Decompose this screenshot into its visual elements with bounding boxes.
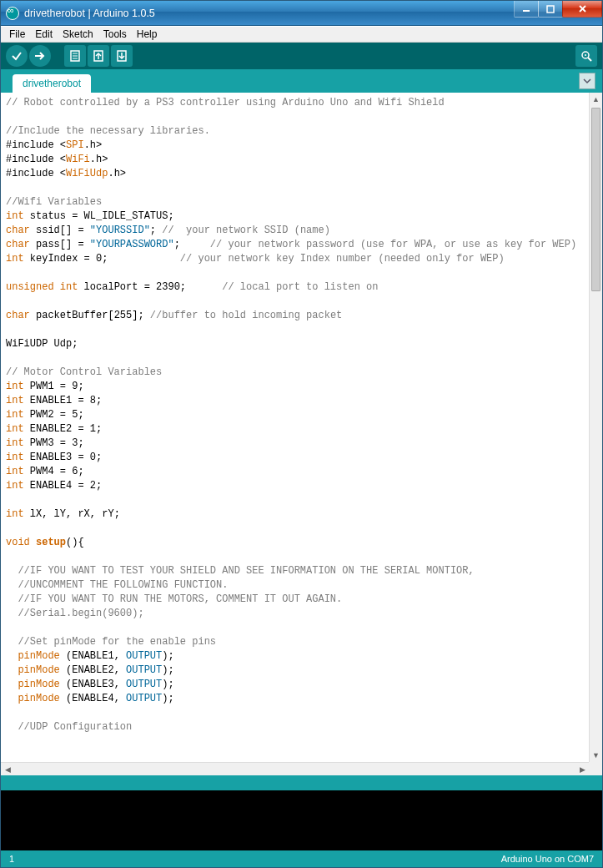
scroll-up-arrow[interactable]: ▲: [590, 93, 602, 106]
horizontal-scrollbar[interactable]: ◀ ▶: [1, 762, 589, 775]
scroll-right-arrow[interactable]: ▶: [575, 763, 589, 775]
maximize-button[interactable]: [538, 1, 563, 18]
open-button[interactable]: [88, 45, 109, 67]
tab-label: drivetherobot: [23, 78, 81, 89]
code-editor: // Robot controlled by a PS3 controller …: [1, 93, 602, 775]
tab-drivetherobot[interactable]: drivetherobot: [13, 74, 91, 93]
menu-tools[interactable]: Tools: [98, 28, 132, 41]
status-line-number: 1: [9, 854, 14, 864]
svg-rect-1: [547, 6, 554, 13]
code-scroll[interactable]: // Robot controlled by a PS3 controller …: [1, 93, 589, 762]
menubar: File Edit Sketch Tools Help: [1, 26, 602, 43]
window-title: drivetherobot | Arduino 1.0.5: [24, 8, 155, 19]
verify-button[interactable]: [6, 45, 28, 67]
svg-point-15: [585, 54, 586, 56]
svg-line-14: [588, 58, 591, 61]
window-controls: [515, 1, 602, 18]
console-drag-bar[interactable]: [1, 775, 602, 790]
tabbar: drivetherobot: [1, 69, 602, 93]
save-button[interactable]: [111, 45, 133, 67]
minimize-button[interactable]: [514, 1, 539, 18]
scroll-thumb[interactable]: [591, 108, 600, 291]
toolbar: [1, 43, 602, 69]
close-button[interactable]: [562, 1, 602, 18]
file-icon: [68, 49, 82, 63]
arrow-up-icon: [92, 49, 105, 63]
chevron-down-icon: [583, 77, 591, 85]
menu-help[interactable]: Help: [132, 28, 163, 41]
statusbar: 1 Arduino Uno on COM7: [1, 850, 602, 867]
menu-file[interactable]: File: [4, 28, 30, 41]
status-board-port: Arduino Uno on COM7: [501, 854, 594, 864]
scroll-corner: [589, 762, 602, 775]
scroll-down-arrow[interactable]: ▼: [590, 749, 602, 762]
titlebar[interactable]: drivetherobot | Arduino 1.0.5: [1, 1, 602, 26]
console-output[interactable]: [1, 790, 602, 850]
vertical-scrollbar[interactable]: ▲ ▼: [589, 93, 602, 762]
upload-button[interactable]: [29, 45, 51, 67]
app-window: drivetherobot | Arduino 1.0.5 File Edit …: [0, 0, 603, 868]
tab-menu-button[interactable]: [579, 73, 595, 89]
arduino-app-icon: [6, 7, 19, 20]
new-button[interactable]: [64, 45, 86, 67]
code-content[interactable]: // Robot controlled by a PS3 controller …: [6, 96, 584, 734]
magnifier-icon: [580, 49, 593, 63]
check-icon: [10, 49, 23, 63]
menu-sketch[interactable]: Sketch: [58, 28, 98, 41]
serial-monitor-button[interactable]: [575, 45, 597, 67]
arrow-right-icon: [33, 49, 47, 63]
menu-edit[interactable]: Edit: [30, 28, 58, 41]
arrow-down-icon: [115, 49, 128, 63]
scroll-left-arrow[interactable]: ◀: [1, 763, 14, 775]
